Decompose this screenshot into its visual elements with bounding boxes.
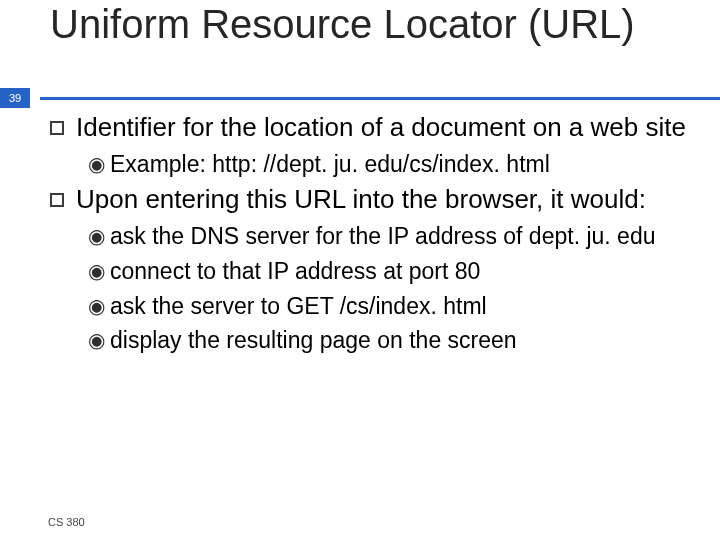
bullet-level2: ◉ ask the server to GET /cs/index. html bbox=[88, 292, 700, 321]
bullet-text: ask the DNS server for the IP address of… bbox=[110, 222, 700, 251]
target-bullet-icon: ◉ bbox=[88, 257, 102, 284]
bullet-level1: Upon entering this URL into the browser,… bbox=[50, 184, 700, 216]
target-bullet-icon: ◉ bbox=[88, 222, 102, 249]
footer-course-code: CS 380 bbox=[48, 516, 85, 528]
slide-number-badge: 39 bbox=[0, 88, 30, 108]
target-bullet-icon: ◉ bbox=[88, 292, 102, 319]
hollow-square-icon bbox=[50, 121, 64, 135]
hollow-square-icon bbox=[50, 193, 64, 207]
bullet-text: ask the server to GET /cs/index. html bbox=[110, 292, 700, 321]
bullet-level2: ◉ display the resulting page on the scre… bbox=[88, 326, 700, 355]
slide-title: Uniform Resource Locator (URL) bbox=[50, 0, 700, 47]
bullet-text: connect to that IP address at port 80 bbox=[110, 257, 700, 286]
target-bullet-icon: ◉ bbox=[88, 150, 102, 177]
bullet-level2: ◉ ask the DNS server for the IP address … bbox=[88, 222, 700, 251]
bullet-level2: ◉ Example: http: //dept. ju. edu/cs/inde… bbox=[88, 150, 700, 179]
slide-number: 39 bbox=[9, 92, 21, 104]
title-area: Uniform Resource Locator (URL) bbox=[50, 0, 700, 47]
title-underline bbox=[40, 97, 720, 100]
bullet-text: Identifier for the location of a documen… bbox=[76, 112, 700, 144]
bullet-text: Upon entering this URL into the browser,… bbox=[76, 184, 700, 216]
bullet-text: display the resulting page on the screen bbox=[110, 326, 700, 355]
bullet-level1: Identifier for the location of a documen… bbox=[50, 112, 700, 144]
bullet-level2: ◉ connect to that IP address at port 80 bbox=[88, 257, 700, 286]
bullet-text: Example: http: //dept. ju. edu/cs/index.… bbox=[110, 150, 700, 179]
slide-content: Identifier for the location of a documen… bbox=[50, 112, 700, 361]
target-bullet-icon: ◉ bbox=[88, 326, 102, 353]
